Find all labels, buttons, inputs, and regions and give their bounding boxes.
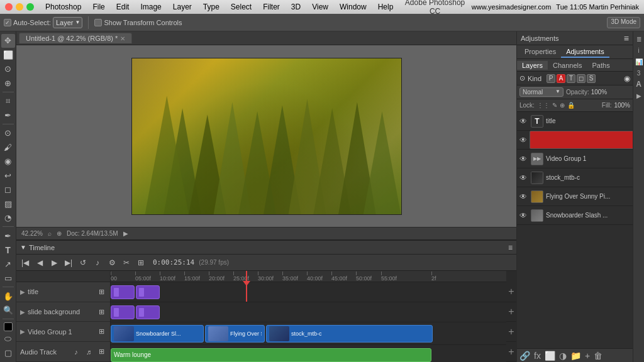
fx-btn[interactable]: fx <box>534 351 541 361</box>
clip-title-2[interactable] <box>136 285 160 299</box>
track-title-props[interactable]: ⊞ <box>96 287 106 297</box>
menu-file[interactable]: File <box>87 1 109 13</box>
stamp-tool[interactable]: ◉ <box>1 155 15 168</box>
dodge-tool[interactable]: ◔ <box>1 211 15 225</box>
clip-audio[interactable]: Warm lounge <box>111 348 431 362</box>
healing-brush-tool[interactable]: ⊙ <box>1 126 15 140</box>
auto-select-dropdown[interactable]: Layer ▼ <box>53 17 83 28</box>
layer-title-eye[interactable]: 👁 <box>519 117 528 126</box>
foreground-color[interactable] <box>4 322 13 331</box>
timeline-menu-icon[interactable]: ≡ <box>508 243 513 252</box>
settings-btn[interactable]: ⚙ <box>106 256 118 269</box>
filter-shape-btn[interactable]: ◻ <box>577 74 586 83</box>
filter-smart-btn[interactable]: S <box>587 74 596 83</box>
play-btn[interactable]: ▶ <box>48 256 60 269</box>
playhead[interactable] <box>246 282 247 302</box>
trim-btn[interactable]: ✂ <box>120 256 133 269</box>
tab-close-icon[interactable]: ✕ <box>120 35 125 42</box>
filter-adj-btn[interactable]: A <box>557 74 565 83</box>
panel-menu-icon[interactable]: ≡ <box>624 33 629 43</box>
3d-mode-btn[interactable]: 3D Mode <box>607 17 640 28</box>
clip-slidebg-2[interactable] <box>136 305 160 319</box>
clip-slidebg-1[interactable] <box>111 305 135 319</box>
menu-image[interactable]: Image <box>135 1 166 13</box>
layers-tab-paths[interactable]: Paths <box>587 61 615 70</box>
clip-snowboarder[interactable]: Snowboarder Sl... <box>111 325 204 343</box>
layer-item-title[interactable]: 👁 T title <box>517 112 633 131</box>
menu-layer[interactable]: Layer <box>168 1 197 13</box>
brush-tool[interactable]: 🖌 <box>1 140 15 154</box>
path-selection-tool[interactable]: ↗ <box>1 257 15 271</box>
layers-tab-layers[interactable]: Layers <box>517 61 548 70</box>
layer-flying-eye[interactable]: 👁 <box>519 192 528 201</box>
add-slidebg-btn[interactable]: + <box>506 302 516 322</box>
move-tool[interactable]: ✥ <box>1 34 15 48</box>
add-mask-btn[interactable]: ⬜ <box>545 351 555 361</box>
layer-slidebg-eye[interactable]: 👁 <box>519 136 527 145</box>
clip-stockmtb[interactable]: stock_mtb-c <box>266 325 433 343</box>
canvas-area[interactable] <box>16 45 516 227</box>
document-tab[interactable]: Untitled-1 @ 42.2% (RGB/8) * ✕ <box>19 33 132 43</box>
gradient-tool[interactable]: ▨ <box>1 197 15 211</box>
delete-layer-btn[interactable]: 🗑 <box>594 351 602 361</box>
history-brush-tool[interactable]: ↩ <box>1 168 15 182</box>
quick-select-tool[interactable]: ⊕ <box>1 77 15 90</box>
layer-item-flying[interactable]: 👁 Flying Over Sunny Pi... <box>517 187 633 206</box>
layer-stockmtb-eye[interactable]: 👁 <box>519 173 528 182</box>
track-audio-mute[interactable]: ♪ <box>71 347 81 357</box>
track-audio-solo[interactable]: ♬ <box>84 347 94 357</box>
new-group-btn[interactable]: 📁 <box>570 351 581 361</box>
audio-btn[interactable]: ♪ <box>91 256 104 269</box>
clip-title-1[interactable] <box>111 285 135 299</box>
layer-item-videogroup[interactable]: 👁 ▶▶ Video Group 1 <box>517 150 633 168</box>
text-tool[interactable]: T <box>1 243 15 257</box>
auto-select-checkbox[interactable]: ✓ <box>4 19 11 26</box>
playback-icon[interactable]: ▶ <box>123 230 128 237</box>
tab-properties[interactable]: Properties <box>519 47 561 58</box>
blend-mode-dropdown[interactable]: Normal ▼ <box>519 87 564 97</box>
menu-view[interactable]: View <box>307 1 333 13</box>
track-vg-props[interactable]: ⊞ <box>96 327 106 337</box>
hand-tool[interactable]: ✋ <box>1 289 15 303</box>
crop-tool[interactable]: ⌗ <box>1 94 15 108</box>
frame-btn[interactable]: ⊞ <box>135 256 147 269</box>
menu-3d[interactable]: 3D <box>286 1 306 13</box>
right-sidebar-adj-btn[interactable]: ≣ <box>634 34 644 44</box>
screen-mode-btn[interactable]: ▢ <box>1 346 15 360</box>
add-title-btn[interactable]: + <box>506 282 516 302</box>
layers-tab-channels[interactable]: Channels <box>548 61 587 70</box>
lock-position-btn[interactable]: ✎ <box>552 102 557 109</box>
add-videogroup-btn[interactable]: + <box>506 322 516 342</box>
minimize-button[interactable] <box>16 3 23 11</box>
menu-filter[interactable]: Filter <box>258 1 285 13</box>
zoom-tool[interactable]: 🔍 <box>1 304 15 317</box>
add-audio-btn[interactable]: + <box>506 342 516 362</box>
maximize-button[interactable] <box>26 3 34 11</box>
right-sidebar-3d-btn[interactable]: 3 <box>634 68 644 78</box>
lock-all-btn[interactable]: 🔒 <box>567 102 575 109</box>
quick-mask-tool[interactable]: ⬭ <box>1 332 15 346</box>
track-slidebg-props[interactable]: ⊞ <box>96 307 106 317</box>
layer-item-snowboarder[interactable]: 👁 Snowboarder Slash ... <box>517 206 633 225</box>
track-title-expand[interactable]: ▶ <box>20 288 25 295</box>
track-slidebg-expand[interactable]: ▶ <box>20 309 25 315</box>
right-sidebar-info-btn[interactable]: i <box>634 45 644 55</box>
eraser-tool[interactable]: ◻ <box>1 183 15 197</box>
layer-vg-eye[interactable]: 👁 <box>519 155 528 163</box>
layer-item-slidebg[interactable]: 👁 slide background <box>517 131 633 150</box>
eyedropper-tool[interactable]: ✒ <box>1 108 15 122</box>
marquee-tool[interactable]: ⬜ <box>1 48 15 62</box>
track-audio-props[interactable]: ⊞ <box>96 347 106 357</box>
step-back-btn[interactable]: ◀ <box>33 256 46 269</box>
link-layers-btn[interactable]: 🔗 <box>519 351 530 361</box>
menu-window[interactable]: Window <box>335 1 372 13</box>
timeline-collapse-icon[interactable]: ▼ <box>20 244 26 251</box>
menu-edit[interactable]: Edit <box>111 1 135 13</box>
clip-flying[interactable]: Flying Over Sunn... <box>205 325 265 343</box>
right-sidebar-play-btn[interactable]: ▶ <box>634 90 644 101</box>
nav-icon[interactable]: ⊕ <box>57 230 62 237</box>
new-layer-btn[interactable]: + <box>585 351 590 361</box>
filter-toggle[interactable]: ◉ <box>624 74 630 83</box>
shape-tool[interactable]: ▭ <box>1 272 15 285</box>
right-sidebar-hist-btn[interactable]: 📊 <box>634 57 644 67</box>
